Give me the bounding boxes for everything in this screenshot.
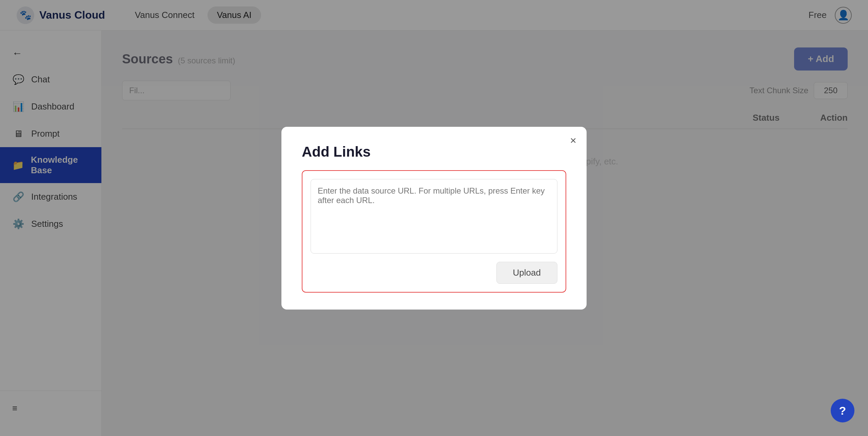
modal-close-button[interactable]: ×	[570, 135, 576, 146]
upload-button[interactable]: Upload	[496, 262, 557, 284]
help-button[interactable]: ?	[831, 399, 854, 422]
modal-overlay[interactable]: × Add Links Upload	[0, 0, 868, 436]
url-input[interactable]	[311, 179, 557, 254]
modal-title: Add Links	[302, 144, 566, 160]
add-links-modal: × Add Links Upload	[281, 127, 587, 310]
modal-inner-box: Upload	[302, 170, 566, 293]
